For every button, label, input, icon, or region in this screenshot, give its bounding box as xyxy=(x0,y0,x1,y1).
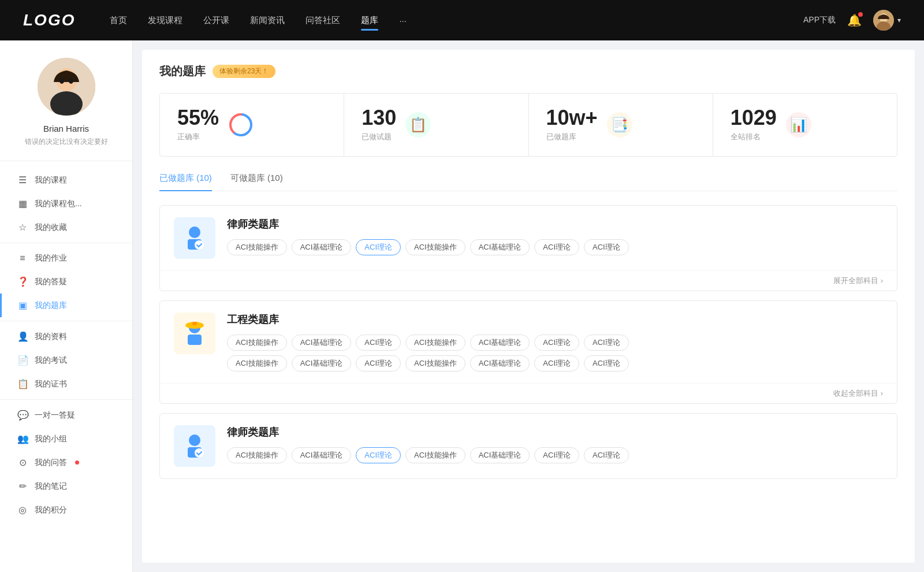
user-avatar xyxy=(38,58,95,116)
nav-qa[interactable]: 问答社区 xyxy=(305,13,340,28)
navbar-right: APP下载 🔔 ▾ xyxy=(803,10,901,31)
tag-eng-0[interactable]: ACI技能操作 xyxy=(227,335,287,351)
nav-more[interactable]: ··· xyxy=(399,13,407,28)
user-name: Brian Harris xyxy=(43,124,89,133)
sidebar-item-course[interactable]: ☰ 我的课程 xyxy=(0,168,132,192)
tag-eng2-4[interactable]: ACI基础理论 xyxy=(470,355,530,372)
tag-lawyer2-5[interactable]: ACI理论 xyxy=(534,447,579,463)
qb-content-lawyer2: 律师类题库 ACI技能操作 ACI基础理论 ACI理论 ACI技能操作 ACI基… xyxy=(227,425,883,463)
sidebar-item-myqa[interactable]: ⊙ 我的问答 xyxy=(0,451,132,474)
notification-dot xyxy=(858,12,863,17)
sidebar-label-notes: 我的笔记 xyxy=(35,481,67,492)
chart-icon: 📊 xyxy=(786,112,811,138)
qb-content-engineer: 工程类题库 ACI技能操作 ACI基础理论 ACI理论 ACI技能操作 ACI基… xyxy=(227,313,883,372)
lawyer-icon-wrap xyxy=(174,217,215,259)
tag-eng-3[interactable]: ACI技能操作 xyxy=(405,335,465,351)
nav-news[interactable]: 新闻资讯 xyxy=(250,13,285,28)
tag-lawyer1-4[interactable]: ACI基础理论 xyxy=(470,239,530,255)
sidebar-label-favorites: 我的收藏 xyxy=(35,222,67,233)
sidebar-item-profile[interactable]: 👤 我的资料 xyxy=(0,325,132,348)
sidebar-item-question-bank[interactable]: ▣ 我的题库 xyxy=(0,294,132,317)
tag-lawyer2-3[interactable]: ACI技能操作 xyxy=(405,447,465,463)
tag-eng2-6[interactable]: ACI理论 xyxy=(584,355,629,372)
tag-lawyer1-2[interactable]: ACI理论 xyxy=(356,239,401,255)
homework-icon: ≡ xyxy=(17,253,28,263)
tag-lawyer2-6[interactable]: ACI理论 xyxy=(584,447,629,463)
svg-rect-17 xyxy=(192,322,197,325)
divider1 xyxy=(0,243,132,243)
done-value: 130 xyxy=(362,107,396,128)
tag-lawyer1-0[interactable]: ACI技能操作 xyxy=(227,239,287,255)
svg-point-13 xyxy=(195,240,204,250)
rank-label: 全站排名 xyxy=(731,132,777,142)
engineer-icon-wrap xyxy=(174,313,215,354)
sidebar-item-favorites[interactable]: ☆ 我的收藏 xyxy=(0,216,132,239)
page-header: 我的题库 体验剩余23天！ xyxy=(159,64,897,79)
sidebar-item-points[interactable]: ◎ 我的积分 xyxy=(0,498,132,522)
qb-title-lawyer1: 律师类题库 xyxy=(227,217,883,231)
tag-eng-5[interactable]: ACI理论 xyxy=(534,335,579,351)
sidebar-item-exam[interactable]: 📄 我的考试 xyxy=(0,348,132,372)
sidebar-label-exam: 我的考试 xyxy=(35,355,67,366)
user-avatar-nav[interactable]: ▾ xyxy=(873,10,901,31)
tag-lawyer2-0[interactable]: ACI技能操作 xyxy=(227,447,287,463)
sidebar-item-course-package[interactable]: ▦ 我的课程包... xyxy=(0,192,132,216)
page-layout: Brian Harris 错误的决定比没有决定要好 ☰ 我的课程 ▦ 我的课程包… xyxy=(0,40,924,572)
qa-dot xyxy=(75,460,79,465)
tag-eng-4[interactable]: ACI基础理论 xyxy=(470,335,530,351)
tag-lawyer2-2[interactable]: ACI理论 xyxy=(356,447,401,463)
qb-section-lawyer1: 律师类题库 ACI技能操作 ACI基础理论 ACI理论 ACI技能操作 ACI基… xyxy=(159,205,897,291)
stat-done-banks: 10w+ 已做题库 📑 xyxy=(529,94,713,156)
bell-icon[interactable]: 🔔 xyxy=(847,13,862,27)
tag-lawyer2-1[interactable]: ACI基础理论 xyxy=(292,447,352,463)
sidebar-label-cert: 我的证书 xyxy=(35,379,67,389)
nav-home[interactable]: 首页 xyxy=(110,13,127,28)
tag-eng2-1[interactable]: ACI基础理论 xyxy=(292,355,352,372)
tag-eng2-3[interactable]: ACI技能操作 xyxy=(405,355,465,372)
sidebar-item-homework[interactable]: ≡ 我的作业 xyxy=(0,247,132,270)
sidebar-item-1on1[interactable]: 💬 一对一答疑 xyxy=(0,403,132,427)
done-label: 已做试题 xyxy=(362,132,396,142)
tag-lawyer1-3[interactable]: ACI技能操作 xyxy=(405,239,465,255)
tag-eng2-2[interactable]: ACI理论 xyxy=(356,355,401,372)
stat-accuracy: 55% 正确率 xyxy=(160,94,344,156)
divider3 xyxy=(0,399,132,400)
tag-eng2-5[interactable]: ACI理论 xyxy=(534,355,579,372)
banks-value: 10w+ xyxy=(546,107,598,128)
sidebar-label-profile: 我的资料 xyxy=(35,332,67,342)
expand-engineer[interactable]: 收起全部科目 › xyxy=(160,383,897,403)
sidebar-item-notes[interactable]: ✏ 我的笔记 xyxy=(0,474,132,498)
qb-section-engineer: 工程类题库 ACI技能操作 ACI基础理论 ACI理论 ACI技能操作 ACI基… xyxy=(159,300,897,404)
app-download-link[interactable]: APP下载 xyxy=(803,15,836,25)
sidebar-label-homework: 我的作业 xyxy=(35,253,67,263)
tag-lawyer2-4[interactable]: ACI基础理论 xyxy=(470,447,530,463)
sidebar-item-group[interactable]: 👥 我的小组 xyxy=(0,427,132,451)
svg-point-7 xyxy=(69,78,73,84)
tag-eng-2[interactable]: ACI理论 xyxy=(356,335,401,351)
tag-lawyer1-6[interactable]: ACI理论 xyxy=(584,239,629,255)
sidebar: Brian Harris 错误的决定比没有决定要好 ☰ 我的课程 ▦ 我的课程包… xyxy=(0,40,133,572)
tag-lawyer1-1[interactable]: ACI基础理论 xyxy=(292,239,352,255)
svg-point-6 xyxy=(59,78,64,84)
expand-lawyer1[interactable]: 展开全部科目 › xyxy=(160,270,897,291)
logo: LOGO xyxy=(23,11,75,29)
accuracy-label: 正确率 xyxy=(177,132,219,142)
tag-eng-6[interactable]: ACI理论 xyxy=(584,335,629,351)
rank-value: 1029 xyxy=(731,107,777,128)
tab-done[interactable]: 已做题库 (10) xyxy=(159,173,212,191)
package-icon: ▦ xyxy=(17,198,28,209)
page-title: 我的题库 xyxy=(159,64,206,79)
qb-content-lawyer1: 律师类题库 ACI技能操作 ACI基础理论 ACI理论 ACI技能操作 ACI基… xyxy=(227,217,883,255)
sidebar-label-answers: 我的答疑 xyxy=(35,277,67,287)
tab-todo[interactable]: 可做题库 (10) xyxy=(230,173,283,191)
tag-eng2-0[interactable]: ACI技能操作 xyxy=(227,355,287,372)
svg-rect-15 xyxy=(188,335,202,345)
tag-lawyer1-5[interactable]: ACI理论 xyxy=(534,239,579,255)
accuracy-value: 55% xyxy=(177,107,219,128)
sidebar-item-answers[interactable]: ❓ 我的答疑 xyxy=(0,270,132,294)
sidebar-item-certificate[interactable]: 📋 我的证书 xyxy=(0,372,132,396)
tag-eng-1[interactable]: ACI基础理论 xyxy=(292,335,352,351)
nav-open-course[interactable]: 公开课 xyxy=(203,13,229,28)
nav-question-bank[interactable]: 题库 xyxy=(361,13,378,28)
nav-discover[interactable]: 发现课程 xyxy=(148,13,182,28)
